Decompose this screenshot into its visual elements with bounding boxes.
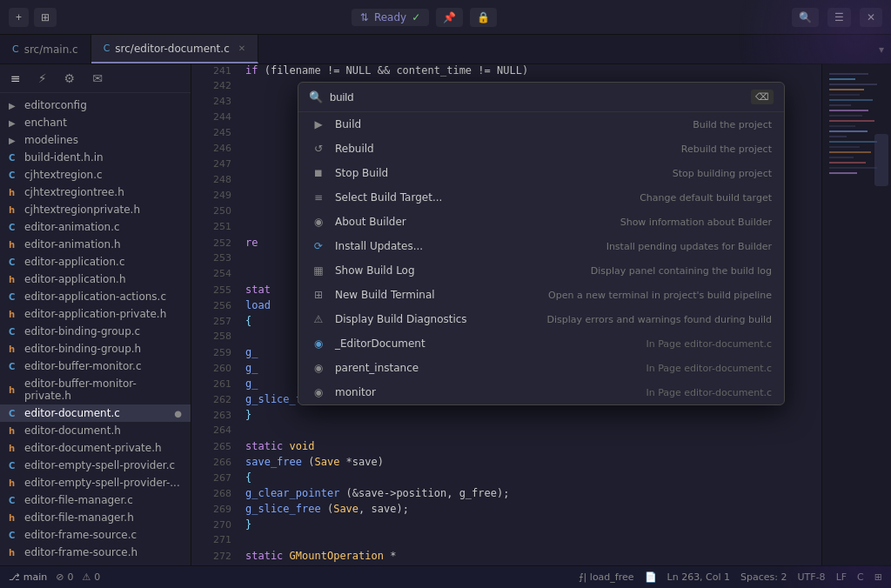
encoding-label[interactable]: UTF-8 bbox=[798, 571, 826, 583]
command-item-label: _EditorDocument bbox=[335, 337, 637, 350]
command-item-monitor[interactable]: ◉ monitor In Page editor-document.c bbox=[298, 380, 784, 404]
menu-button[interactable]: ☰ bbox=[827, 8, 851, 27]
file-name: editor-application.h bbox=[24, 273, 126, 285]
list-item[interactable]: heditor-document-private.h bbox=[0, 439, 191, 457]
h-icon: h bbox=[9, 310, 19, 319]
svg-rect-18 bbox=[829, 162, 866, 164]
list-item[interactable]: heditor-animation.h bbox=[0, 236, 191, 253]
command-clear-button[interactable]: ⌫ bbox=[751, 90, 774, 104]
tab-editor-document-c[interactable]: C src/editor-document.c ✕ bbox=[91, 35, 258, 63]
pin-button[interactable]: 📌 bbox=[436, 8, 463, 27]
error-icon: ⊘ bbox=[56, 571, 64, 583]
tab-main-c[interactable]: C src/main.c bbox=[0, 35, 91, 63]
list-item[interactable]: heditor-frame-source.h bbox=[0, 544, 191, 561]
close-button[interactable]: ✕ bbox=[860, 8, 882, 27]
svg-rect-16 bbox=[829, 151, 871, 153]
c-icon: C bbox=[9, 409, 19, 418]
ln-col[interactable]: Ln 263, Col 1 bbox=[667, 571, 731, 583]
sidebar-settings-icon[interactable]: ⚙ bbox=[61, 70, 79, 87]
file-name: cjhtextregiontree.h bbox=[24, 186, 124, 198]
command-item-desc: Rebuild the project bbox=[681, 144, 772, 155]
file-name: editor-application.c bbox=[24, 256, 124, 268]
file-name: editorconfig bbox=[24, 99, 87, 111]
tab-end: ▾ bbox=[872, 35, 891, 63]
h-icon: h bbox=[9, 275, 19, 284]
command-item-stop-build[interactable]: ⏹ Stop Build Stop building project bbox=[298, 161, 784, 185]
line-ending-label[interactable]: LF bbox=[836, 571, 847, 583]
new-tab-button[interactable]: + bbox=[9, 8, 29, 27]
command-item-select-build-target[interactable]: ≡ Select Build Target... Change default … bbox=[298, 185, 784, 210]
command-item-desc: Open a new terminal in project's build p… bbox=[548, 290, 772, 301]
list-item[interactable]: heditor-binding-group.h bbox=[0, 340, 191, 357]
tab-close-icon[interactable]: ✕ bbox=[238, 43, 245, 53]
svg-rect-15 bbox=[829, 146, 860, 148]
list-item[interactable]: heditor-file-manager.h bbox=[0, 509, 191, 526]
lock-button[interactable]: 🔒 bbox=[470, 8, 497, 27]
sidebar-files-icon[interactable]: ≡ bbox=[7, 70, 24, 87]
list-item[interactable]: Ceditor-binding-group.c bbox=[0, 323, 191, 340]
status-right: ⨍| load_free 📄 Ln 263, Col 1 Spaces: 2 U… bbox=[579, 571, 882, 583]
command-search-input[interactable] bbox=[330, 90, 744, 104]
list-item[interactable]: Ceditor-application.c bbox=[0, 253, 191, 271]
list-item[interactable]: Ccjhtextregion.c bbox=[0, 166, 191, 184]
search-button[interactable]: 🔍 bbox=[792, 8, 819, 27]
install-icon: ⟳ bbox=[311, 240, 326, 252]
search-icon: 🔍 bbox=[309, 90, 323, 104]
list-item[interactable]: Ceditor-buffer-monitor.c bbox=[0, 357, 191, 375]
list-item[interactable]: heditor-document.h bbox=[0, 422, 191, 439]
code-line: 265static void bbox=[191, 440, 891, 456]
command-item-editor-document[interactable]: ◉ _EditorDocument In Page editor-documen… bbox=[298, 331, 784, 356]
command-item-install-updates[interactable]: ⟳ Install Updates... Install pending upd… bbox=[298, 234, 784, 258]
file-name: cjhtextregion.c bbox=[24, 169, 103, 181]
file-name: editor-frame-source.h bbox=[24, 546, 137, 558]
command-item-parent-instance[interactable]: ◉ parent_instance In Page editor-documen… bbox=[298, 356, 784, 380]
list-item[interactable]: ▶editorconfig bbox=[0, 97, 191, 114]
svg-rect-6 bbox=[829, 99, 873, 101]
list-item[interactable]: heditor-application.h bbox=[0, 271, 191, 288]
sidebar-messages-icon[interactable]: ✉ bbox=[89, 70, 106, 87]
git-branch[interactable]: ⎇ main bbox=[9, 571, 47, 583]
file-name: editor-binding-group.h bbox=[24, 343, 141, 355]
command-item-label: Stop Build bbox=[335, 167, 664, 179]
command-item-show-build-log[interactable]: ▦ Show Build Log Display panel containin… bbox=[298, 258, 784, 283]
git-icon: ⎇ bbox=[9, 571, 20, 583]
list-item[interactable]: Ceditor-empty-spell-provider.c bbox=[0, 457, 191, 474]
check-icon: ✓ bbox=[412, 11, 420, 23]
list-item-active[interactable]: Ceditor-document.c● bbox=[0, 404, 191, 422]
list-item[interactable]: hcjhtextregiontree.h bbox=[0, 184, 191, 201]
svg-rect-17 bbox=[829, 157, 854, 158]
code-line: 271 bbox=[191, 534, 891, 550]
command-item-new-build-terminal[interactable]: ⊞ New Build Terminal Open a new terminal… bbox=[298, 283, 784, 307]
layout-button[interactable]: ⊞ bbox=[34, 8, 57, 27]
code-line: 272static GMountOperation * bbox=[191, 550, 891, 565]
list-item[interactable]: Ceditor-animation.c bbox=[0, 218, 191, 236]
list-item[interactable]: Ceditor-application-actions.c bbox=[0, 288, 191, 305]
list-item[interactable]: Cbuild-ident.h.in bbox=[0, 149, 191, 166]
statusbar: ⎇ main ⊘ 0 ⚠ 0 ⨍| load_free 📄 Ln 263, Co… bbox=[0, 565, 891, 588]
list-item[interactable]: heditor-empty-spell-provider-... bbox=[0, 474, 191, 491]
list-item[interactable]: hcjhtextregionprivate.h bbox=[0, 201, 191, 218]
error-count: ⊘ 0 bbox=[56, 571, 73, 583]
code-line: 241if (filename != NULL && content_time … bbox=[191, 64, 891, 80]
command-item-rebuild[interactable]: ↺ Rebuild Rebuild the project bbox=[298, 137, 784, 161]
spaces-label[interactable]: Spaces: 2 bbox=[740, 571, 787, 583]
list-item[interactable]: ▶enchant bbox=[0, 114, 191, 131]
svg-rect-21 bbox=[874, 134, 888, 186]
list-item[interactable]: Ceditor-frame-source.c bbox=[0, 526, 191, 544]
command-item-display-diagnostics[interactable]: ⚠ Display Build Diagnostics Display erro… bbox=[298, 307, 784, 331]
sidebar-build-icon[interactable]: ⚡ bbox=[35, 70, 50, 87]
list-item[interactable]: heditor-application-private.h bbox=[0, 305, 191, 323]
code-line: 270} bbox=[191, 518, 891, 534]
list-item[interactable]: heditor-buffer-monitor-private.h bbox=[0, 375, 191, 404]
list-item[interactable]: Ceditor-file-manager.c bbox=[0, 491, 191, 509]
file-name: editor-file-manager.c bbox=[24, 494, 133, 506]
list-item[interactable]: ▶modelines bbox=[0, 131, 191, 149]
command-item-build[interactable]: ▶ Build Build the project bbox=[298, 112, 784, 137]
language-label[interactable]: C bbox=[857, 571, 864, 583]
symbol-icon: ◉ bbox=[311, 362, 326, 374]
svg-rect-14 bbox=[829, 141, 877, 143]
command-item-about-builder[interactable]: ◉ About Builder Show information about B… bbox=[298, 210, 784, 234]
layout-status-icon[interactable]: ⊞ bbox=[874, 571, 882, 583]
tab-chevron-icon[interactable]: ▾ bbox=[879, 43, 884, 56]
editor-area[interactable]: 241if (filename != NULL && content_time … bbox=[191, 64, 891, 565]
